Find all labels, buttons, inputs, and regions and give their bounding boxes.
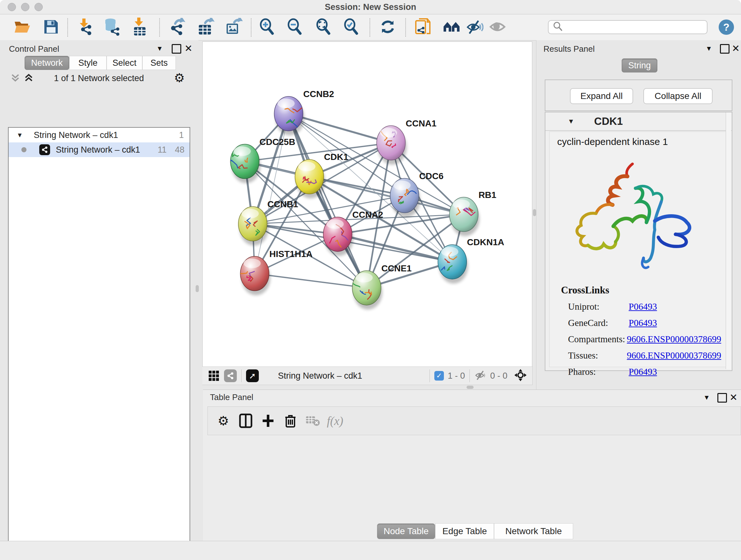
- close-panel-icon[interactable]: ✕: [185, 43, 192, 54]
- import-table-button[interactable]: [130, 17, 149, 37]
- bottom-splitter-handle[interactable]: [467, 386, 474, 389]
- toolbar-separator: [241, 369, 242, 382]
- node-label: HIST1H1A: [269, 249, 313, 259]
- collection-disclosure-icon[interactable]: ▼: [17, 132, 23, 139]
- close-panel-icon[interactable]: ✕: [730, 392, 738, 403]
- crosslink-link[interactable]: 9606.ENSP00000378699: [627, 350, 721, 361]
- collapse-panel-icon[interactable]: ▼: [703, 394, 710, 401]
- tab-network-table[interactable]: Network Table: [494, 523, 573, 539]
- network-node-rb1[interactable]: RB1: [449, 190, 496, 236]
- tab-network[interactable]: Network: [24, 56, 69, 70]
- network-node-cdkn1a[interactable]: CDKN1A: [438, 237, 504, 284]
- toolbar-search: [548, 20, 708, 34]
- node-label: RB1: [478, 190, 496, 200]
- search-icon: [552, 21, 563, 33]
- export-network-button[interactable]: [167, 17, 187, 37]
- crosslink-label: Compartments:: [568, 334, 627, 345]
- grid-view-icon[interactable]: [207, 369, 220, 382]
- table-panel: Table Panel ▼ ✕ ⚙ f(x) shared namenameca…: [203, 389, 741, 541]
- export-image-button[interactable]: [224, 17, 244, 37]
- collection-name: String Network – cdk1: [34, 130, 118, 140]
- tab-edge-table[interactable]: Edge Table: [435, 523, 494, 539]
- tab-select[interactable]: Select: [107, 56, 142, 70]
- help-button[interactable]: ?: [719, 19, 734, 35]
- collapse-panel-icon[interactable]: ▼: [705, 45, 712, 52]
- hidden-count: 0 - 0: [490, 371, 508, 381]
- zoom-fit-button[interactable]: [314, 17, 333, 37]
- window-title: Session: New Session: [0, 2, 741, 12]
- entry-header[interactable]: ▼ CDK1: [545, 112, 732, 131]
- results-scrollbar[interactable]: [726, 112, 731, 369]
- network-canvas[interactable]: CCNB2CCNA1CDC25BCDK1CDC6RB1CCNB1CCNA2CDK…: [202, 42, 532, 367]
- network-name: String Network – cdk1: [56, 145, 140, 155]
- network-node-cdc6[interactable]: CDC6: [390, 171, 444, 217]
- network-view-icon[interactable]: [224, 369, 237, 382]
- tab-string[interactable]: String: [622, 58, 657, 72]
- crosslink-label: GeneCard:: [568, 318, 629, 328]
- houses-icon: [442, 19, 461, 36]
- network-node-hist1h1a[interactable]: HIST1H1A: [238, 249, 313, 295]
- collapse-all-networks-icon[interactable]: [23, 72, 35, 85]
- crosslink-label: Tissues:: [568, 350, 627, 361]
- birdseye-view-icon[interactable]: ➚: [246, 369, 259, 382]
- zoom-in-button[interactable]: [257, 17, 277, 37]
- eye-icon: [489, 19, 506, 36]
- export-table-button[interactable]: [196, 17, 216, 37]
- network-list: ▼ String Network – cdk1 1 String Network…: [8, 127, 190, 560]
- network-row[interactable]: String Network – cdk1 11 48: [9, 142, 190, 157]
- collapse-panel-icon[interactable]: ▼: [156, 45, 163, 52]
- control-panel: Control Panel ▼ ✕ NetworkStyleSelectSets…: [0, 40, 199, 541]
- crosslink-link[interactable]: P06493: [629, 318, 657, 328]
- search-input[interactable]: [563, 22, 702, 32]
- float-panel-icon[interactable]: [718, 393, 727, 402]
- selected-checkbox-icon[interactable]: ✓: [434, 371, 444, 381]
- save-session-button[interactable]: [41, 17, 61, 37]
- delete-column-icon[interactable]: [279, 411, 301, 430]
- expand-all-button[interactable]: Expand All: [570, 88, 633, 104]
- network-node-cdc25b[interactable]: CDC25B: [229, 137, 295, 183]
- import-network-database-button[interactable]: [102, 17, 122, 37]
- expand-all-networks-icon[interactable]: [10, 72, 21, 85]
- tab-node-table[interactable]: Node Table: [377, 523, 435, 539]
- table-panel-title: Table Panel: [210, 392, 253, 402]
- hide-selected-button[interactable]: [465, 17, 484, 37]
- delete-table-icon: [301, 411, 324, 430]
- open-session-button[interactable]: [12, 17, 32, 37]
- node-label: CCNA2: [352, 210, 383, 220]
- tab-sets[interactable]: Sets: [142, 56, 176, 70]
- fit-content-icon[interactable]: [514, 368, 527, 383]
- tab-style[interactable]: Style: [69, 56, 107, 70]
- float-panel-icon[interactable]: [720, 44, 730, 54]
- gear-icon[interactable]: ⚙: [212, 411, 234, 430]
- show-columns-icon[interactable]: [234, 411, 257, 430]
- add-column-icon[interactable]: [257, 411, 279, 430]
- new-network-from-selection-button[interactable]: [413, 17, 433, 37]
- network-node-ccnb2[interactable]: CCNB2: [274, 89, 334, 135]
- crosslink-link[interactable]: P06493: [629, 367, 657, 377]
- zoom-fit-icon: [315, 18, 332, 37]
- first-neighbors-button[interactable]: [442, 17, 462, 37]
- crosslink-row: Uniprot:P06493: [568, 299, 721, 315]
- node-label: CCNB2: [303, 89, 334, 99]
- gear-icon[interactable]: ⚙: [174, 71, 185, 85]
- zoom-out-button[interactable]: [285, 17, 305, 37]
- zoom-selected-button[interactable]: [341, 17, 361, 37]
- network-node-ccne1[interactable]: CCNE1: [351, 263, 412, 310]
- collapse-all-button[interactable]: Collapse All: [643, 88, 713, 104]
- show-all-button[interactable]: [488, 17, 508, 37]
- control-panel-tabs: NetworkStyleSelectSets: [24, 56, 176, 70]
- import-network-file-button[interactable]: [75, 17, 94, 37]
- crosslink-link[interactable]: 9606.ENSP00000378699: [627, 334, 721, 345]
- left-splitter-handle[interactable]: [196, 285, 199, 292]
- apply-layout-button[interactable]: [378, 17, 398, 37]
- close-panel-icon[interactable]: ✕: [732, 43, 740, 54]
- right-splitter-handle[interactable]: [533, 209, 536, 216]
- node-label: CDK1: [324, 152, 348, 162]
- entry-disclosure-icon[interactable]: ▼: [568, 118, 575, 125]
- network-edge: [288, 114, 367, 288]
- crosslink-link[interactable]: P06493: [629, 301, 657, 312]
- results-buttons-box: Expand All Collapse All: [545, 79, 732, 111]
- float-panel-icon[interactable]: [172, 44, 181, 54]
- network-node-ccna2[interactable]: CCNA2: [323, 210, 383, 256]
- network-collection-row[interactable]: ▼ String Network – cdk1 1: [9, 128, 190, 142]
